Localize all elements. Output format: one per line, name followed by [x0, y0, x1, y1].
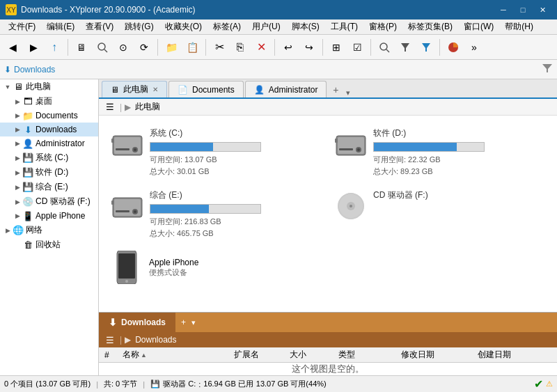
up-button[interactable]: ↑	[45, 38, 64, 57]
drive-label: 驱动器 C:	[163, 379, 196, 389]
expand-icon-iphone[interactable]: ▶	[13, 211, 22, 221]
menu-tabset[interactable]: 标签页集(B)	[402, 19, 458, 34]
portable-item-iphone[interactable]: Apple iPhone 便携式设备	[104, 245, 551, 290]
drive-item-e[interactable]: 综合 (E:) 可用空间: 216.83 GB 总大小: 465.75 GB	[104, 183, 328, 245]
col-size[interactable]: 大小	[290, 349, 338, 361]
tab-documents[interactable]: 📄 Documents	[168, 81, 244, 97]
col-type[interactable]: 类型	[338, 349, 401, 361]
empty-text: 这个视图是空的。	[292, 363, 364, 375]
tab-bar: 🖥 此电脑 ✕ 📄 Documents 👤 Administrator + ▾	[99, 79, 557, 99]
expand-icon-e[interactable]: ▶	[13, 182, 22, 192]
col-name[interactable]: 名称 ▲	[123, 349, 234, 361]
clipboard-button[interactable]: 📋	[182, 38, 202, 57]
drive-item-f[interactable]: CD 驱动器 (F:)	[328, 183, 551, 245]
expand-icon-recycle[interactable]	[13, 240, 22, 250]
forward-button[interactable]: ▶	[24, 38, 43, 57]
menu-window[interactable]: 窗口(W)	[458, 19, 499, 34]
sidebar-item-d[interactable]: ▶ 💾 软件 (D:)	[0, 165, 98, 180]
tab-dropdown[interactable]: ▾	[346, 88, 350, 97]
copy-button[interactable]: ⎘	[230, 38, 250, 57]
filter-icon[interactable]	[542, 63, 553, 76]
cut-button[interactable]: ✂	[210, 38, 229, 57]
checkmark-button[interactable]: ☑	[347, 38, 367, 57]
col-num[interactable]: #	[102, 350, 123, 360]
pie-button[interactable]	[444, 38, 463, 57]
sidebar-item-documents[interactable]: ▶ 📁 Documents	[0, 109, 98, 123]
undo-button[interactable]: ↩	[278, 38, 298, 57]
window-controls: ─ □ ✕	[494, 3, 551, 17]
tab-close-icon[interactable]: ✕	[152, 86, 158, 93]
computer-icon: 🖥	[13, 81, 24, 93]
expand-icon-d[interactable]: ▶	[13, 168, 22, 178]
sidebar-item-desktop[interactable]: ▶ 🗔 桌面	[0, 94, 98, 109]
close-button[interactable]: ✕	[533, 3, 551, 17]
drive-item-c[interactable]: 系统 (C:) 可用空间: 13.07 GB 总大小: 30.01 GB	[104, 121, 328, 183]
menu-view[interactable]: 查看(V)	[80, 19, 119, 34]
search-button[interactable]	[93, 38, 112, 57]
drive-item-d[interactable]: 软件 (D:) 可用空间: 22.32 GB 总大小: 89.23 GB	[328, 121, 551, 183]
back-button[interactable]: ◀	[3, 38, 22, 57]
menu-goto[interactable]: 跳转(G)	[119, 19, 159, 34]
menu-user[interactable]: 用户(U)	[246, 19, 286, 34]
filter3-button[interactable]	[416, 38, 436, 57]
menu-help[interactable]: 帮助(H)	[499, 19, 539, 34]
sidebar-item-recycle[interactable]: 🗑 回收站	[0, 237, 98, 252]
expand-icon-c[interactable]: ▶	[13, 153, 22, 163]
sidebar-item-administrator[interactable]: ▶ 👤 Administrator	[0, 136, 98, 150]
sidebar-item-downloads[interactable]: ▶ ⬇ Downloads	[0, 123, 98, 136]
menu-favorites[interactable]: 收藏夹(O)	[159, 19, 207, 34]
tab-add-button[interactable]: +	[328, 82, 343, 97]
redo-button[interactable]: ↪	[299, 38, 319, 57]
computer-button[interactable]: 🖥	[72, 38, 91, 57]
col-modified[interactable]: 修改日期	[401, 349, 478, 361]
tab-administrator[interactable]: 👤 Administrator	[245, 81, 327, 97]
minimize-button[interactable]: ─	[494, 3, 512, 17]
tree-label-d: 软件 (D:)	[36, 166, 68, 178]
delete-button[interactable]: ✕	[251, 38, 271, 57]
drive-f-info: CD 驱动器 (F:)	[373, 189, 545, 204]
sidebar-item-iphone[interactable]: ▶ 📱 Apple iPhone	[0, 209, 98, 223]
menu-edit[interactable]: 编辑(E)	[41, 19, 80, 34]
sidebar-item-network[interactable]: ▶ 🌐 网络	[0, 223, 98, 237]
sidebar-item-c[interactable]: ▶ 💾 系统 (C:)	[0, 150, 98, 165]
path-menu-button[interactable]: ☰	[103, 100, 117, 113]
documents-tab-icon: 📄	[178, 85, 188, 95]
maximize-button[interactable]: □	[514, 3, 532, 17]
filter2-button[interactable]	[395, 38, 415, 57]
sidebar-item-f[interactable]: ▶ 💿 CD 驱动器 (F:)	[0, 194, 98, 209]
tab-computer[interactable]: 🖥 此电脑 ✕	[102, 81, 167, 97]
folder-button[interactable]: 📁	[162, 38, 181, 57]
expand-icon-f[interactable]: ▶	[13, 197, 22, 207]
menu-tools[interactable]: 工具(T)	[325, 19, 363, 34]
menu-script[interactable]: 脚本(S)	[286, 19, 325, 34]
rename-button[interactable]: ⊞	[327, 38, 346, 57]
menu-file[interactable]: 文件(F)	[3, 19, 41, 34]
menu-tags[interactable]: 标签(A)	[207, 19, 246, 34]
expand-icon-desktop[interactable]: ▶	[13, 97, 22, 107]
file-path-menu-button[interactable]: ☰	[103, 334, 117, 347]
filter-button[interactable]: ⊙	[113, 38, 133, 57]
sidebar-item-computer[interactable]: ▼ 🖥 此电脑	[0, 79, 98, 94]
expand-icon[interactable]: ▼	[3, 82, 13, 92]
sync-button[interactable]: ⟳	[134, 38, 154, 57]
bottom-tab-downloads[interactable]: ⬇ Downloads	[99, 313, 175, 332]
bottom-tab-dropdown[interactable]: ▾	[191, 318, 196, 327]
col-created[interactable]: 创建日期	[478, 349, 554, 361]
bottom-tab-add-button[interactable]: +	[175, 317, 191, 327]
toolbar-separator-7	[439, 39, 440, 56]
sidebar-item-e[interactable]: ▶ 💾 综合 (E:)	[0, 180, 98, 194]
search2-button[interactable]	[375, 38, 394, 57]
tree-label-admin: Administrator	[36, 139, 85, 148]
drive-e-total: 总大小: 465.75 GB	[150, 228, 322, 240]
address-label[interactable]: ⬇ Downloads	[4, 65, 55, 75]
expand-icon-downloads[interactable]: ▶	[13, 125, 22, 134]
menu-pane[interactable]: 窗格(P)	[363, 19, 402, 34]
svg-marker-9	[542, 64, 552, 72]
expand-icon-admin[interactable]: ▶	[13, 139, 22, 148]
expand-icon-documents[interactable]: ▶	[13, 111, 22, 120]
more-button[interactable]: »	[464, 38, 484, 57]
drive-used: 16.94 GB 已用	[203, 379, 253, 389]
tree-label-e: 综合 (E:)	[36, 181, 68, 193]
expand-icon-network[interactable]: ▶	[3, 226, 13, 235]
col-ext[interactable]: 扩展名	[234, 349, 290, 361]
